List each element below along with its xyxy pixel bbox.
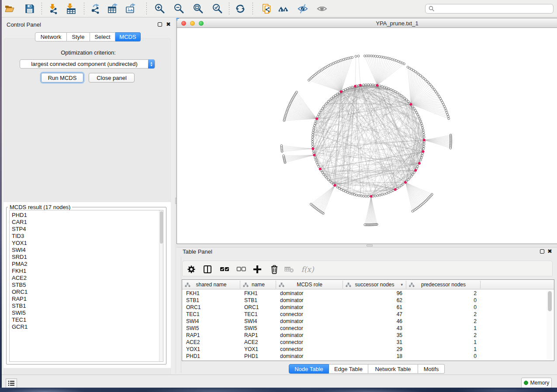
tab-style[interactable]: Style bbox=[67, 32, 90, 41]
table-cell: SWI5 bbox=[182, 325, 240, 332]
column-header-MCDS-role[interactable]: MCDS role bbox=[276, 280, 343, 289]
table-cell: dominator bbox=[276, 332, 343, 339]
table-row[interactable]: ORC1ORC1dominator610 bbox=[182, 304, 554, 311]
tab-motifs[interactable]: Motifs bbox=[418, 364, 445, 374]
column-header-name[interactable]: name bbox=[240, 280, 276, 289]
import-table-icon[interactable] bbox=[66, 3, 77, 14]
table-row[interactable]: PHD1PHD1dominator180 bbox=[182, 353, 554, 360]
table-row[interactable]: RAP1RAP1dominator352 bbox=[182, 332, 554, 339]
table-cell bbox=[481, 297, 554, 304]
node-table-rows: FKH1FKH1dominator962STB1STB1dominator620… bbox=[182, 290, 554, 360]
table-row[interactable]: TEC1TEC1connector472 bbox=[182, 311, 554, 318]
column-header-shared-name[interactable]: shared name bbox=[182, 280, 240, 289]
import-network-icon[interactable] bbox=[48, 3, 59, 14]
delete-table-icon[interactable] bbox=[283, 263, 295, 275]
table-row[interactable]: FKH1FKH1dominator962 bbox=[182, 290, 554, 297]
table-cell: FKH1 bbox=[240, 290, 276, 297]
table-scrollbar[interactable] bbox=[547, 290, 553, 360]
table-row[interactable]: ACE2ACE2connector311 bbox=[182, 339, 554, 346]
control-panel-tabs: NetworkStyleSelectMCDS bbox=[35, 32, 141, 41]
unselect-all-columns-icon[interactable] bbox=[235, 263, 247, 275]
optimization-criterion-select[interactable]: largest connected component (undirected)… bbox=[20, 59, 155, 69]
column-header-empty[interactable] bbox=[481, 280, 554, 289]
search-box[interactable] bbox=[425, 4, 554, 14]
network-window-titlebar[interactable]: YPA_prune.txt_1 bbox=[177, 18, 557, 28]
run-mcds-button[interactable]: Run MCDS bbox=[41, 73, 83, 83]
main-toolbar bbox=[2, 0, 557, 17]
node-table-header: shared namenameMCDS rolesuccessor nodes▾… bbox=[182, 280, 554, 289]
tab-network[interactable]: Network bbox=[35, 32, 67, 41]
delete-column-icon[interactable] bbox=[268, 263, 280, 275]
show-all-eye-icon[interactable] bbox=[316, 3, 328, 14]
float-panel-icon[interactable] bbox=[158, 22, 162, 27]
function-builder-icon[interactable]: f(x) bbox=[301, 263, 314, 275]
table-cell: connector bbox=[276, 346, 343, 353]
save-session-icon[interactable] bbox=[24, 3, 35, 14]
export-image-icon[interactable] bbox=[125, 3, 136, 14]
mcds-result-list[interactable]: PHD1 CAR1 STP4 TID3 YOX1 SWI4 SRD1 PMA2 … bbox=[9, 210, 163, 362]
mcds-list-scrollbar[interactable] bbox=[159, 210, 163, 361]
refresh-icon[interactable] bbox=[235, 3, 246, 14]
zoom-out-icon[interactable] bbox=[173, 3, 184, 14]
memory-button[interactable]: Memory bbox=[521, 378, 552, 388]
table-cell: YOX1 bbox=[182, 346, 240, 353]
table-cell: 0 bbox=[406, 353, 481, 360]
open-file-icon[interactable] bbox=[4, 3, 15, 14]
table-cell: 1 bbox=[406, 325, 481, 332]
zoom-selected-icon[interactable] bbox=[211, 3, 223, 14]
column-header-predecessor-nodes[interactable]: predecessor nodes bbox=[406, 280, 481, 289]
table-row[interactable]: SWI4SWI4dominator462 bbox=[182, 318, 554, 325]
table-cell: ACE2 bbox=[240, 339, 276, 346]
optimization-criterion-value: largest connected component (undirected) bbox=[31, 61, 138, 67]
select-all-columns-icon[interactable] bbox=[218, 263, 231, 275]
table-settings-gear-icon[interactable] bbox=[185, 263, 197, 275]
mcds-result-area: MCDS result (17 nodes) PHD1 CAR1 STP4 TI… bbox=[3, 202, 171, 368]
network-graph bbox=[177, 28, 557, 244]
close-panel-icon[interactable]: ✖ bbox=[166, 22, 171, 27]
table-cell: STB1 bbox=[182, 297, 240, 304]
table-row[interactable]: YOX1YOX1connector291 bbox=[182, 346, 554, 353]
float-table-panel-icon[interactable] bbox=[540, 249, 544, 254]
close-panel-button[interactable]: Close panel bbox=[89, 73, 135, 83]
add-column-icon[interactable] bbox=[251, 263, 263, 275]
first-neighbors-icon[interactable] bbox=[278, 3, 289, 14]
close-table-panel-icon[interactable]: ✖ bbox=[547, 249, 552, 254]
tab-select[interactable]: Select bbox=[90, 32, 115, 41]
table-cell: PHD1 bbox=[240, 353, 276, 360]
table-cell: SWI5 bbox=[240, 325, 276, 332]
table-cell: 62 bbox=[343, 297, 406, 304]
table-scrollbar-thumb[interactable] bbox=[548, 291, 552, 311]
control-panel: Control Panel ✖ NetworkStyleSelectMCDS O… bbox=[2, 18, 175, 374]
export-table-icon[interactable] bbox=[107, 3, 118, 14]
zoom-in-icon[interactable] bbox=[154, 3, 165, 14]
node-table[interactable]: shared namenameMCDS rolesuccessor nodes▾… bbox=[182, 279, 554, 361]
tab-network-table[interactable]: Network Table bbox=[368, 364, 418, 374]
hide-selected-eye-icon[interactable] bbox=[297, 3, 308, 14]
tab-mcds[interactable]: MCDS bbox=[115, 32, 141, 41]
table-cell: 1 bbox=[406, 346, 481, 353]
task-history-button[interactable] bbox=[6, 378, 17, 388]
column-layout-icon[interactable] bbox=[201, 263, 214, 275]
search-input[interactable] bbox=[435, 5, 553, 13]
column-header-successor-nodes[interactable]: successor nodes▾ bbox=[343, 280, 406, 289]
mcds-list-scrollbar-thumb[interactable] bbox=[160, 211, 163, 244]
horizontal-splitter-grip[interactable] bbox=[367, 244, 373, 247]
table-cell: 46 bbox=[343, 318, 406, 325]
export-network-icon[interactable] bbox=[90, 3, 101, 14]
task-list-icon bbox=[8, 380, 15, 386]
table-cell: YOX1 bbox=[240, 346, 276, 353]
table-row[interactable]: STB1STB1dominator620 bbox=[182, 297, 554, 304]
network-canvas[interactable] bbox=[177, 28, 557, 244]
horizontal-splitter[interactable] bbox=[176, 244, 557, 247]
table-cell: 47 bbox=[343, 311, 406, 318]
table-cell: dominator bbox=[276, 304, 343, 311]
table-row[interactable]: SWI5SWI5connector431 bbox=[182, 325, 554, 332]
table-cell bbox=[481, 332, 554, 339]
shared-column-icon bbox=[185, 282, 190, 287]
tab-edge-table[interactable]: Edge Table bbox=[329, 364, 368, 374]
new-network-from-selection-icon[interactable] bbox=[261, 3, 273, 14]
table-cell bbox=[481, 318, 554, 325]
tab-node-table[interactable]: Node Table bbox=[289, 364, 329, 374]
desktop: Control Panel ✖ NetworkStyleSelectMCDS O… bbox=[0, 0, 557, 392]
zoom-fit-icon[interactable] bbox=[192, 3, 204, 14]
